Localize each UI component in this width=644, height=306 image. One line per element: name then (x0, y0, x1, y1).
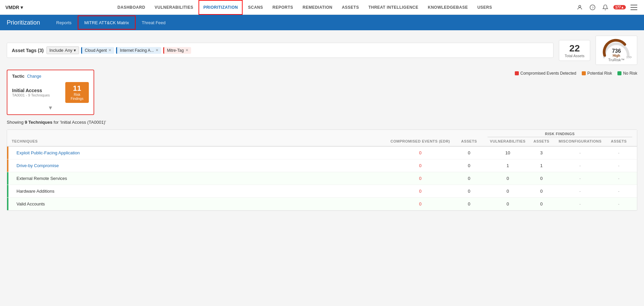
compromised-0: 0 (390, 150, 451, 155)
techniques-table: RISK FINDINGS TECHNIQUES COMPROMISED EVE… (7, 129, 637, 211)
vulnerabilities-4: 0 (488, 201, 528, 206)
page-title: Prioritization (7, 19, 40, 26)
table-row: Drive-by Compromise 0 0 1 1 - - (7, 159, 637, 172)
assets1-0: 0 (451, 150, 488, 155)
compromised-4: 0 (390, 201, 451, 206)
col-vulnerabilities: VULNERABILITIES (488, 139, 528, 143)
technique-name-driveby[interactable]: Drive-by Compromise (12, 163, 390, 168)
tab-reports[interactable]: Reports (50, 15, 78, 30)
brand[interactable]: VMDR ▾ (5, 5, 24, 10)
tag-internet-facing[interactable]: Internet Facing A... ✕ (116, 47, 161, 54)
remove-mitre-icon[interactable]: ✕ (185, 48, 188, 52)
assets2-0: 3 (528, 150, 555, 155)
nav-users[interactable]: USERS (473, 0, 496, 15)
nav-knowledgebase[interactable]: KNOWLEDGEBASE (424, 0, 472, 15)
brand-name: VMDR (5, 5, 19, 10)
tag-mitre-label: Mitre-Tag (167, 48, 184, 53)
nav-scans[interactable]: SCANS (244, 0, 267, 15)
nav-prioritization[interactable]: PRIORITIZATION (199, 0, 243, 15)
col-assets3: ASSETS (605, 139, 632, 143)
table-row: Hardware Additions 0 0 0 0 - - (7, 185, 637, 198)
col-assets2: ASSETS (528, 139, 555, 143)
assets2-4: 0 (528, 201, 555, 206)
technique-name-hardware: Hardware Additions (12, 189, 390, 194)
nav-threat-intelligence[interactable]: THREAT INTELLIGENCE (364, 0, 423, 15)
no-risk-label: No Risk (623, 71, 637, 76)
tactic-name: Initial Access (12, 88, 50, 93)
assets1-1: 0 (451, 163, 488, 168)
potential-risk-label: Potential Risk (587, 71, 612, 76)
table-row: Exploit Public-Facing Application 0 0 10… (7, 147, 637, 159)
tactic-header: Tactic Change (12, 74, 89, 79)
include-label: Include (49, 48, 64, 53)
assets2-1: 1 (528, 163, 555, 168)
tactic-change-link[interactable]: Change (27, 74, 41, 79)
table-row: External Remote Services 0 0 0 0 - - (7, 172, 637, 185)
total-assets-count: 22 (565, 43, 584, 54)
notification-count: 177▲ (613, 5, 626, 9)
risk-badge[interactable]: 11 RiskFindings (65, 82, 89, 103)
no-risk-dot-icon (617, 71, 621, 75)
compromised-3: 0 (390, 189, 451, 194)
total-assets-widget: 22 Total Assets (559, 40, 590, 61)
misconfigurations-3: - (555, 189, 605, 194)
notification-icon[interactable] (601, 3, 610, 12)
technique-name-exploit[interactable]: Exploit Public-Facing Application (12, 150, 390, 155)
assets3-4: - (605, 201, 632, 206)
compromised-label: Compromised Events Detected (521, 71, 576, 76)
vulnerabilities-0: 10 (488, 150, 528, 155)
legend-compromised: Compromised Events Detected (515, 71, 576, 76)
asset-tags-bar: Asset Tags (3) Include Any ▾ Cloud Agent… (7, 43, 553, 58)
any-label: Any (65, 48, 72, 53)
help-icon[interactable]: ? (588, 3, 597, 12)
technique-name-valid-accounts: Valid Accounts (12, 201, 390, 206)
trurisk-widget: 0 1000 736 High TruRisk™ (596, 36, 637, 65)
tactic-info: Initial Access TA0001 - 9 Techniques 11 … (12, 82, 89, 103)
nav-vulnerabilities[interactable]: VULNERABILITIES (151, 0, 198, 15)
showing-count: 9 (25, 120, 27, 125)
assets3-2: - (605, 176, 632, 181)
top-nav-right: ? 177▲ (575, 3, 639, 12)
tactic-label: Tactic (12, 74, 25, 79)
remove-internet-facing-icon[interactable]: ✕ (155, 48, 158, 52)
table-col-headers: TECHNIQUES COMPROMISED EVENTS (EDR) ASSE… (7, 138, 637, 147)
technique-name-external: External Remote Services (12, 176, 390, 181)
legend-row: Compromised Events Detected Potential Ri… (100, 71, 637, 76)
misconfigurations-2: - (555, 176, 605, 181)
row-indicator-green-icon (7, 185, 8, 197)
nav-assets[interactable]: ASSETS (338, 0, 363, 15)
tactic-arrow-icon: ▼ (12, 105, 89, 111)
nav-remediation[interactable]: REMEDIATION (298, 0, 336, 15)
tag-cloud-agent[interactable]: Cloud Agent ✕ (81, 47, 114, 54)
top-nav: VMDR ▾ DASHBOARD VULNERABILITIES PRIORIT… (0, 0, 644, 15)
nav-dashboard[interactable]: DASHBOARD (113, 0, 149, 15)
trurisk-gauge-svg: 0 1000 736 High (601, 39, 632, 58)
showing-text: Showing 9 Techniques for 'Initial Access… (7, 120, 637, 125)
tab-threat-feed[interactable]: Threat Feed (136, 15, 172, 30)
asset-tags-filters: Include Any ▾ Cloud Agent ✕ Internet Fac… (46, 46, 191, 54)
asset-tags-title: Asset Tags (3) (12, 48, 44, 53)
col-assets1: ASSETS (451, 139, 488, 143)
assets3-3: - (605, 189, 632, 194)
vulnerabilities-1: 1 (488, 163, 528, 168)
menu-icon[interactable] (629, 3, 639, 12)
showing-unit: Techniques (28, 120, 52, 125)
secondary-nav: Prioritization Reports MITRE ATT&CK Matr… (0, 15, 644, 30)
tag-mitre-tag[interactable]: Mitre-Tag ✕ (163, 47, 191, 54)
tab-mitre-attack-matrix[interactable]: MITRE ATT&CK Matrix (78, 15, 136, 30)
risk-findings-header-row: RISK FINDINGS (7, 130, 637, 138)
user-icon[interactable] (575, 3, 584, 12)
include-any-dropdown[interactable]: Include Any ▾ (46, 46, 79, 54)
svg-text:0: 0 (603, 55, 605, 58)
dropdown-arrow-icon: ▾ (74, 48, 76, 53)
assets2-3: 0 (528, 189, 555, 194)
top-nav-items: DASHBOARD VULNERABILITIES PRIORITIZATION… (34, 0, 575, 15)
compromised-2: 0 (390, 176, 451, 181)
nav-reports[interactable]: REPORTS (269, 0, 297, 15)
assets1-3: 0 (451, 189, 488, 194)
potential-risk-dot-icon (582, 71, 586, 75)
legend-no-risk: No Risk (617, 71, 637, 76)
remove-cloud-agent-icon[interactable]: ✕ (108, 48, 111, 52)
risk-count: 11 (69, 84, 85, 93)
svg-text:1000: 1000 (626, 55, 632, 58)
